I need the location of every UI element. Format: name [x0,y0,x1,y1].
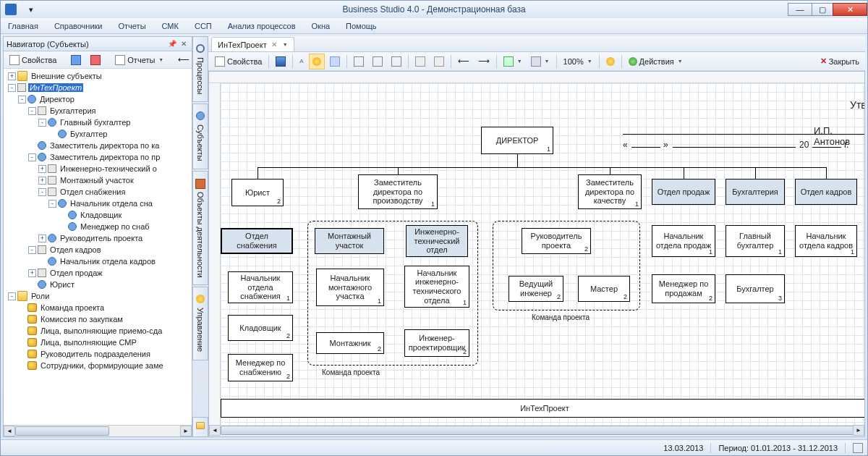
doc-tab-active[interactable]: ИнТехПроект ✕ ▼ [211,37,294,51]
expand-icon[interactable]: - [8,84,16,92]
side-tab-activity-objects[interactable]: Объекты деятельности [192,171,208,286]
tree-row[interactable]: Начальник отдела кадров [5,256,192,267]
tree-row[interactable]: Команда проекта [5,302,192,313]
diagram-close-button[interactable]: ✕Закрыть [817,56,862,66]
menu-process-analysis[interactable]: Анализ процессов [228,22,296,30]
tree-row[interactable]: -Роли [5,290,192,302]
box-kladov[interactable]: Кладовщик2 [228,315,293,341]
tab-dropdown-icon[interactable]: ▼ [283,42,288,47]
expand-icon[interactable]: + [38,177,46,185]
tool-a[interactable] [326,54,344,69]
tree-row[interactable]: Менеджер по снаб [5,221,192,232]
tree-row[interactable]: Сотрудники, формирующие заме [5,360,192,371]
expand-icon[interactable]: - [8,292,16,300]
nav-fwd[interactable]: ⟶ [475,54,493,69]
actions-button[interactable]: Действия▼ [625,54,686,69]
box-buh2[interactable]: Бухгалтер3 [726,274,785,303]
box-otdel-kadrov[interactable]: Отдел кадров [795,179,857,205]
box-zam-prod[interactable]: Заместитель директора по производству1 [358,174,438,209]
navigator-tree[interactable]: +Внешние субъекты-ИнТехПроект-Директор-Б… [4,69,192,425]
diagram-scroll-thumb[interactable] [221,426,857,435]
expand-icon[interactable]: + [38,165,46,173]
expand-icon[interactable]: - [48,200,56,208]
expand-icon[interactable]: - [28,246,36,254]
diagram-scroll-left-icon[interactable]: ◄ [209,425,221,436]
tool-h[interactable]: ▼ [527,54,553,69]
expand-icon[interactable]: - [38,188,46,196]
box-nach-kadrov[interactable]: Начальник отдела кадров1 [795,225,857,257]
qat-dropdown[interactable]: ▾ [24,3,38,16]
nav-tool-1[interactable] [67,53,85,67]
tool-auto[interactable]: A [296,54,307,69]
tree-row[interactable]: +Внешние субъекты [5,70,192,82]
menu-main[interactable]: Главная [8,22,38,30]
tool-f[interactable] [430,54,448,69]
tree-row[interactable]: Заместитель директора по ка [5,140,192,151]
tree-row[interactable]: Юрист [5,279,192,290]
box-glav-buh[interactable]: Главный бухгалтер1 [726,225,785,257]
navigator-hscrollbar[interactable]: ◄ ► [4,425,192,436]
side-tab-extra[interactable] [192,417,208,437]
side-tab-management[interactable]: Управление [192,287,208,360]
tool-i[interactable] [603,54,618,69]
nav-tool-2[interactable] [87,53,104,67]
tree-row[interactable]: Руководитель подразделения [5,348,192,360]
diagram-hscrollbar[interactable]: ◄ ► [209,425,864,436]
tree-row[interactable]: -Бухгалтерия [5,105,192,117]
properties-button[interactable]: Свойства [6,53,60,67]
pin-icon[interactable]: 📌 [167,39,177,49]
tree-row[interactable]: +Инженерно-технический о [5,163,192,174]
expand-icon[interactable]: + [38,235,46,242]
tree-row[interactable]: -ИнТехПроект [5,82,192,93]
box-otdel-prodazh[interactable]: Отдел продаж [652,179,715,205]
minimize-button[interactable]: — [788,3,812,16]
expand-icon[interactable]: - [18,96,26,104]
tool-g[interactable]: ▼ [500,54,526,69]
diagram-properties-button[interactable]: Свойства [211,54,265,69]
box-jurist[interactable]: Юрист2 [231,179,284,206]
nav-reports-button[interactable]: Отчеты▼ [111,53,167,67]
box-zam-qual[interactable]: Заместитель директора по качеству1 [578,174,642,209]
zoom-combo[interactable]: 100%▼ [560,54,596,69]
tree-row[interactable]: +Отдел продаж [5,267,192,279]
menu-qms[interactable]: СМК [162,22,179,30]
diagram-canvas[interactable]: Утверждаю И.П. Антонов « » 20 г. ДИРЕКТО [221,83,864,425]
tool-selected[interactable] [309,54,325,69]
side-tab-subjects[interactable]: Субъекты [192,104,208,169]
box-otdel-snab[interactable]: Отдел снабжения [221,228,293,254]
menu-windows[interactable]: Окна [312,22,331,30]
scroll-thumb[interactable] [15,426,109,436]
tab-close-icon[interactable]: ✕ [271,41,277,48]
tree-row[interactable]: Лица, выполняющие приемо-сда [5,325,192,337]
expand-icon[interactable]: - [38,119,46,127]
tree-row[interactable]: -Директор [5,93,192,105]
nav-back-button[interactable]: ⟵ [174,53,193,67]
side-tab-processes[interactable]: Процессы [192,36,208,102]
nav-back[interactable]: ⟵ [454,54,473,69]
tool-b[interactable] [350,54,367,69]
tree-row[interactable]: -Заместитель директора по пр [5,151,192,163]
tree-row[interactable]: Лица, выполняющие СМР [5,337,192,348]
scroll-left-icon[interactable]: ◄ [4,426,15,436]
tree-row[interactable]: +Руководитель проекта [5,232,192,244]
maximize-button[interactable]: ▢ [812,3,833,16]
box-men-prod[interactable]: Менеджер по продажам2 [652,274,715,303]
tree-row[interactable]: -Отдел кадров [5,244,192,256]
box-men-snab[interactable]: Менеджер по снабжению2 [228,354,293,381]
tree-row[interactable]: Кладовщик [5,209,192,221]
menu-bsc[interactable]: ССП [195,22,212,30]
tree-row[interactable]: -Главный бухгалтер [5,117,192,128]
tool-d[interactable] [388,54,405,69]
tree-row[interactable]: -Начальник отдела сна [5,198,192,209]
box-buh[interactable]: Бухгалтерия [726,179,785,205]
expand-icon[interactable]: + [8,72,16,80]
app-icon[interactable] [1,1,21,18]
box-director[interactable]: ДИРЕКТОР1 [481,127,553,154]
expand-icon[interactable]: + [28,269,36,277]
tree-row[interactable]: Бухгалтер [5,128,192,140]
box-nach-snab[interactable]: Начальник отдела снабжения1 [228,271,293,303]
menu-directories[interactable]: Справочники [54,22,103,30]
expand-icon[interactable]: - [28,153,36,161]
diagram-scroll-right-icon[interactable]: ► [853,425,864,436]
scroll-right-icon[interactable]: ► [180,426,192,436]
